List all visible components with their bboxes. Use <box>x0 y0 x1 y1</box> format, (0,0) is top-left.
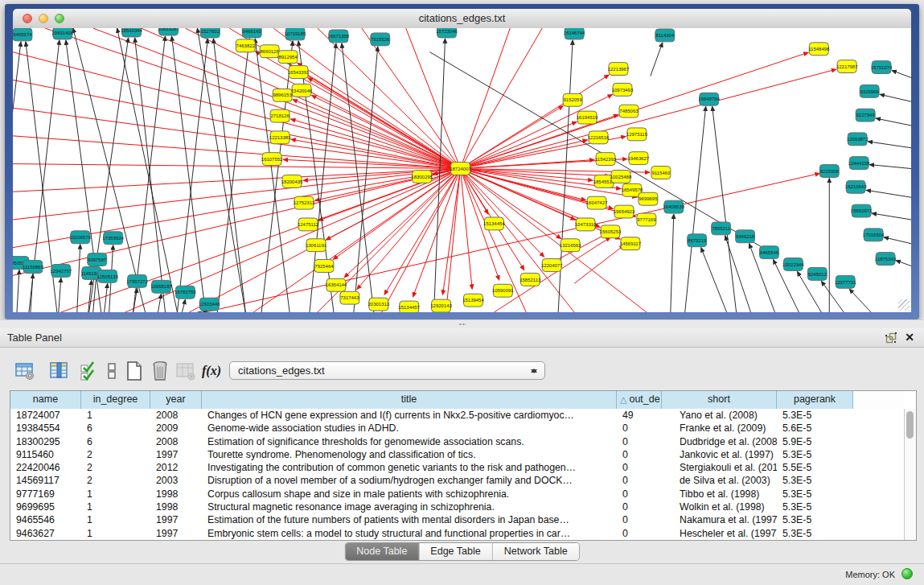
graph-node[interactable]: 8114304 <box>655 29 675 42</box>
graph-node[interactable]: 9896153 <box>273 89 292 101</box>
graph-node[interactable]: 17016504 <box>863 229 885 241</box>
citation-edge-black[interactable] <box>434 39 446 312</box>
citation-edge-red[interactable] <box>384 169 461 295</box>
tab-network-table[interactable]: Network Table <box>493 543 579 560</box>
citation-network-graph[interactable]: 9405574206914061854334410653287152760264… <box>13 28 911 312</box>
graph-node[interactable]: 12975115 <box>626 128 648 141</box>
citation-edge-black[interactable] <box>77 245 80 312</box>
graph-node[interactable]: 7463822 <box>236 39 255 52</box>
citation-edge-black[interactable] <box>177 39 207 312</box>
graph-node[interactable]: 12213383 <box>269 131 291 144</box>
citation-edge-black[interactable] <box>884 237 911 244</box>
graph-node[interactable]: 12444158 <box>848 157 870 170</box>
citation-edge-red[interactable] <box>461 122 577 168</box>
graph-node[interactable]: 13061191 <box>306 239 327 252</box>
graph-node[interactable]: 16671358 <box>328 30 350 43</box>
citation-edge-black[interactable] <box>59 278 61 312</box>
graph-node[interactable]: 18543344 <box>121 28 142 37</box>
citation-edge-red[interactable] <box>446 169 461 312</box>
table-row[interactable]: 2242004622012Investigating the contribut… <box>10 461 904 474</box>
table-row[interactable]: 946554611997Estimation of the future num… <box>10 513 904 526</box>
citation-edge-red[interactable] <box>574 245 624 284</box>
vertical-scrollbar[interactable] <box>904 409 916 540</box>
graph-node[interactable]: 8215958 <box>819 165 839 178</box>
column-header-out_de[interactable]: △out_de… <box>617 391 662 409</box>
citation-edge-red[interactable] <box>13 169 461 220</box>
graph-node[interactable]: 15134454 <box>483 217 505 230</box>
column-visibility-icon[interactable] <box>77 359 101 383</box>
citation-edge-black[interactable] <box>17 270 19 312</box>
tab-edge-table[interactable]: Edge Table <box>419 543 492 560</box>
graph-node[interactable]: 14569117 <box>620 237 642 250</box>
tab-node-table[interactable]: Node Table <box>345 543 419 560</box>
citation-edge-black[interactable] <box>182 299 185 312</box>
graph-node[interactable]: 10958187 <box>150 280 172 293</box>
network-window-titlebar[interactable]: citations_edges.txt <box>13 9 911 29</box>
graph-node[interactable]: 20691406 <box>52 28 74 39</box>
citation-edge-black[interactable] <box>876 118 911 126</box>
table-row[interactable]: 1830029562008Estimation of significance … <box>10 435 904 448</box>
table-row[interactable]: 1938455462009Genome-wide association stu… <box>10 422 904 435</box>
column-header-name[interactable]: name <box>10 391 81 409</box>
table-row[interactable]: 1872400712008Changes of HCN gene express… <box>10 409 904 422</box>
table-row[interactable]: 946362711997Embryonic stem cells: a mode… <box>10 527 904 540</box>
graph-node[interactable]: 12093872 <box>847 133 869 146</box>
graph-node[interactable]: 12475112 <box>298 218 319 231</box>
graph-node[interactable]: 9245012 <box>807 267 827 280</box>
citation-edge-black[interactable] <box>892 71 911 78</box>
table-row[interactable]: 969969511998Structural magnetic resonanc… <box>10 501 904 513</box>
graph-node[interactable]: 12505135 <box>97 270 118 282</box>
graph-node[interactable]: 16354144 <box>326 278 347 291</box>
graph-node[interactable]: 12752312 <box>294 196 315 209</box>
graph-node[interactable]: 15723046 <box>436 28 458 38</box>
graph-node[interactable]: 7925464 <box>314 260 334 273</box>
graph-node[interactable]: 6466160 <box>242 28 261 38</box>
graph-node[interactable]: 11875343 <box>875 253 897 266</box>
graph-node[interactable]: 16409538 <box>663 200 685 213</box>
graph-node[interactable]: 9152059 <box>563 93 582 106</box>
graph-node[interactable]: 20301313 <box>368 298 389 311</box>
graph-node[interactable]: 12204077 <box>541 259 563 272</box>
graph-node[interactable]: 16047427 <box>586 196 608 209</box>
column-header-title[interactable]: title <box>202 391 617 409</box>
citation-edge-red[interactable] <box>382 169 461 312</box>
table-row[interactable]: 911546021997Tourette syndrome. Phenomeno… <box>10 448 904 461</box>
graph-node[interactable]: 7895211 <box>712 222 731 235</box>
graph-node[interactable]: 12920143 <box>430 299 452 312</box>
float-panel-icon[interactable] <box>885 332 897 344</box>
network-canvas[interactable]: 9405574206914061854334410653287152760264… <box>13 28 911 312</box>
function-builder-icon[interactable]: f(x) <box>199 359 224 383</box>
graph-node[interactable]: 10590091 <box>492 284 514 297</box>
citation-edge-red[interactable] <box>326 169 460 241</box>
citation-edge-red[interactable] <box>413 169 460 298</box>
graph-node[interactable]: 11156869 <box>23 261 43 274</box>
citation-edge-red[interactable] <box>494 237 610 312</box>
table-selector-dropdown[interactable]: citations_edges.txt <box>229 361 545 380</box>
graph-node[interactable]: 20206576 <box>69 231 91 244</box>
citation-edge-black[interactable] <box>713 106 737 312</box>
graph-node[interactable]: 12923446 <box>199 298 220 311</box>
graph-node[interactable]: 7317443 <box>340 291 359 304</box>
graph-node[interactable]: 15134457 <box>398 301 420 312</box>
citation-edge-black[interactable] <box>558 40 573 312</box>
graph-node[interactable]: 7485063 <box>619 105 639 117</box>
graph-node[interactable]: 9346218 <box>736 230 755 243</box>
citation-edge-black[interactable] <box>701 248 727 312</box>
graph-node[interactable]: 9699695 <box>639 192 658 205</box>
graph-node[interactable]: 15852113 <box>519 273 541 286</box>
citation-edge-black[interactable] <box>872 213 911 220</box>
graph-node[interactable]: 9777169 <box>637 213 656 226</box>
graph-node[interactable]: 18300295 <box>411 171 433 183</box>
graph-node[interactable]: 18200435 <box>281 175 303 187</box>
citation-edge-red[interactable] <box>461 94 613 168</box>
citation-edge-red[interactable] <box>357 169 461 290</box>
graph-node[interactable]: 15751074 <box>871 61 893 74</box>
table-row[interactable]: 977716911998Corpus callosum shape and si… <box>10 488 904 501</box>
citation-edge-black[interactable] <box>13 42 21 312</box>
table-settings-icon[interactable] <box>13 359 37 383</box>
citation-edge-black[interactable] <box>869 165 911 169</box>
graph-node[interactable]: 10653287 <box>158 28 179 35</box>
graph-node[interactable]: 8679219 <box>688 234 707 247</box>
graph-node[interactable]: 17957272 <box>126 274 148 287</box>
graph-node[interactable]: 16107552 <box>261 153 283 166</box>
